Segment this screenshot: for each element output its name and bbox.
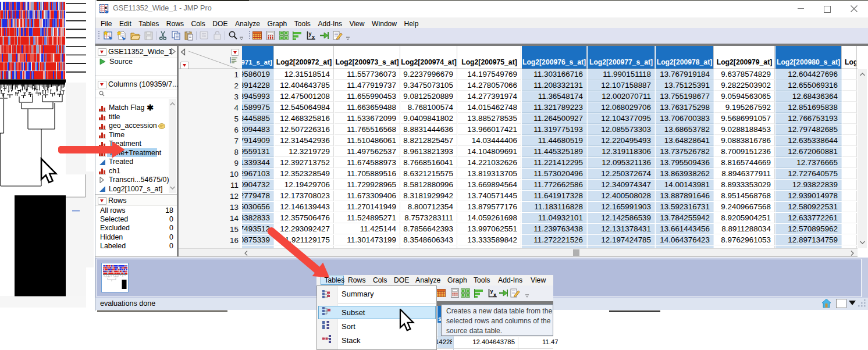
svg-text:y: y	[490, 288, 493, 294]
svg-text:x: x	[312, 34, 315, 40]
svg-text:x: x	[493, 292, 496, 298]
svg-text:y: y	[309, 31, 312, 37]
